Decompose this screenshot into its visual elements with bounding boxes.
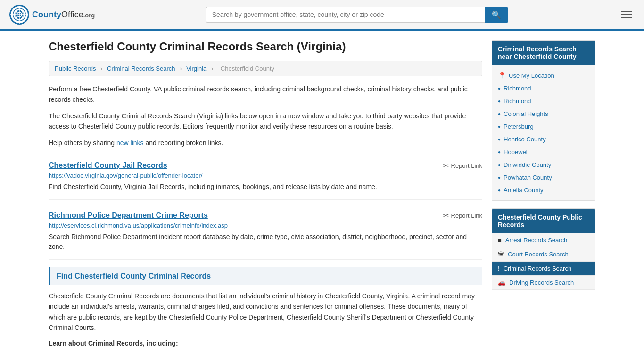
learn-title: Learn about Criminal Records, including: <box>49 338 482 348</box>
menu-button[interactable] <box>619 8 635 21</box>
result-title-2[interactable]: Richmond Police Department Crime Reports <box>49 211 208 220</box>
result-desc-1: Find Chesterfield County, Virginia Jail … <box>49 182 482 192</box>
sidebar: Criminal Records Search near Chesterfiel… <box>492 40 595 353</box>
pub-rec-arrest[interactable]: ■ Arrest Records Search <box>492 233 595 247</box>
hamburger-line <box>621 17 632 18</box>
nearby-dot-4: ● <box>498 137 501 142</box>
breadcrumb-public-records[interactable]: Public Records <box>55 65 96 72</box>
section-title: Find Chesterfield County Criminal Record… <box>57 272 476 280</box>
nearby-dot-6: ● <box>498 162 501 167</box>
svg-point-1 <box>14 9 25 20</box>
result-card-1: Chesterfield County Jail Records ✂ Repor… <box>49 154 482 200</box>
nearby-link-text-2[interactable]: Colonial Heights <box>504 110 548 117</box>
nearby-link-text-5[interactable]: Hopewell <box>504 148 528 156</box>
nearby-dot-7: ● <box>498 175 501 180</box>
public-records-title: Chesterfield County Public Records <box>492 209 595 233</box>
search-button[interactable]: 🔍 <box>485 7 508 23</box>
report-link-1[interactable]: ✂ Report Link <box>443 161 482 170</box>
intro-p3: Help others by sharing new links and rep… <box>49 138 482 148</box>
hamburger-line <box>621 14 632 15</box>
report-icon-2: ✂ <box>443 211 449 220</box>
intro-p1: Perform a free Chesterfield County, VA p… <box>49 84 482 105</box>
nearby-link-text-6[interactable]: Dinwiddie County <box>504 161 551 168</box>
result-title-1[interactable]: Chesterfield County Jail Records <box>49 161 167 170</box>
result-desc-2: Search Richmond Police Department incide… <box>49 232 482 252</box>
location-icon: 📍 <box>498 72 506 79</box>
logo-area: CountyOffice.org <box>9 5 95 25</box>
criminal-icon: ! <box>498 265 500 272</box>
nearby-dot-0: ● <box>498 86 501 91</box>
logo-text: CountyOffice.org <box>32 10 95 20</box>
nearby-link-5[interactable]: ● Hopewell <box>492 146 595 158</box>
nearby-dot-1: ● <box>498 99 501 104</box>
nearby-dot-8: ● <box>498 188 501 193</box>
report-link-2[interactable]: ✂ Report Link <box>443 211 482 220</box>
search-input[interactable] <box>206 7 485 23</box>
breadcrumb-current: Chesterfield County <box>221 65 274 72</box>
nearby-link-0[interactable]: ● Richmond <box>492 82 595 95</box>
nearby-dot-5: ● <box>498 149 501 155</box>
result-header-1: Chesterfield County Jail Records ✂ Repor… <box>49 161 482 170</box>
nearby-dot-3: ● <box>498 124 501 129</box>
nearby-link-text-8[interactable]: Amelia County <box>504 187 544 194</box>
breadcrumb-sep: › <box>100 65 102 72</box>
svg-point-2 <box>17 12 22 17</box>
svg-point-0 <box>10 5 29 24</box>
result-url-1[interactable]: https://vadoc.virginia.gov/general-publi… <box>49 172 482 179</box>
nearby-link-2[interactable]: ● Colonial Heights <box>492 107 595 120</box>
nearby-dot-2: ● <box>498 111 501 116</box>
result-header-2: Richmond Police Department Crime Reports… <box>49 211 482 220</box>
main-container: Chesterfield County Criminal Records Sea… <box>39 31 605 362</box>
pub-rec-driving[interactable]: 🚗 Driving Records Search <box>492 276 595 290</box>
driving-records-link[interactable]: Driving Records Search <box>509 279 574 286</box>
breadcrumb-sep: › <box>211 65 213 72</box>
logo-icon <box>9 5 29 25</box>
nearby-link-text-1[interactable]: Richmond <box>504 98 531 105</box>
court-icon: 🏛 <box>498 251 504 258</box>
nearby-link-1[interactable]: ● Richmond <box>492 95 595 107</box>
court-records-link[interactable]: Court Records Search <box>508 251 569 258</box>
search-icon: 🔍 <box>492 11 501 19</box>
nearby-link-text-0[interactable]: Richmond <box>504 85 531 92</box>
new-links[interactable]: new links <box>116 139 144 147</box>
nearby-link-4[interactable]: ● Henrico County <box>492 133 595 146</box>
site-header: CountyOffice.org 🔍 <box>0 0 644 31</box>
nearby-link-7[interactable]: ● Powhatan County <box>492 171 595 184</box>
page-title: Chesterfield County Criminal Records Sea… <box>49 40 482 53</box>
arrest-records-link[interactable]: Arrest Records Search <box>505 237 568 244</box>
driving-icon: 🚗 <box>498 279 505 286</box>
sidebar-nearby-section: Criminal Records Search near Chesterfiel… <box>492 40 595 201</box>
arrest-icon: ■ <box>498 237 502 244</box>
nearby-link-text-7[interactable]: Powhatan County <box>504 174 552 181</box>
content-area: Chesterfield County Criminal Records Sea… <box>49 40 482 353</box>
report-icon-1: ✂ <box>443 161 449 170</box>
breadcrumb-criminal-records[interactable]: Criminal Records Search <box>107 65 175 72</box>
nearby-link-3[interactable]: ● Petersburg <box>492 120 595 133</box>
breadcrumb-virginia[interactable]: Virginia <box>186 65 206 72</box>
result-url-2[interactable]: http://eservices.ci.richmond.va.us/appli… <box>49 222 482 229</box>
svg-point-5 <box>16 9 23 20</box>
section-box: Find Chesterfield County Criminal Record… <box>49 267 482 285</box>
hamburger-line <box>621 11 632 12</box>
pub-rec-criminal[interactable]: ! Criminal Records Search <box>492 262 595 276</box>
breadcrumb: Public Records › Criminal Records Search… <box>49 61 482 76</box>
public-records-section: Chesterfield County Public Records ■ Arr… <box>492 208 595 290</box>
criminal-records-link[interactable]: Criminal Records Search <box>504 265 572 272</box>
nearby-link-text-4[interactable]: Henrico County <box>504 136 546 143</box>
search-area: 🔍 <box>206 7 508 23</box>
section-body: Chesterfield County Criminal Records are… <box>49 291 482 333</box>
result-card-2: Richmond Police Department Crime Reports… <box>49 204 482 260</box>
nearby-links: 📍 Use My Location ● Richmond ● Richmond … <box>492 65 595 200</box>
intro-p2: The Chesterfield County Criminal Records… <box>49 111 482 132</box>
nearby-title: Criminal Records Search near Chesterfiel… <box>492 41 595 65</box>
nearby-link-6[interactable]: ● Dinwiddie County <box>492 158 595 171</box>
use-my-location-link[interactable]: Use My Location <box>509 72 554 79</box>
nearby-link-text-3[interactable]: Petersburg <box>504 123 534 130</box>
use-my-location-item[interactable]: 📍 Use My Location <box>492 69 595 82</box>
breadcrumb-sep: › <box>180 65 182 72</box>
pub-rec-court[interactable]: 🏛 Court Records Search <box>492 247 595 262</box>
nearby-link-8[interactable]: ● Amelia County <box>492 184 595 197</box>
